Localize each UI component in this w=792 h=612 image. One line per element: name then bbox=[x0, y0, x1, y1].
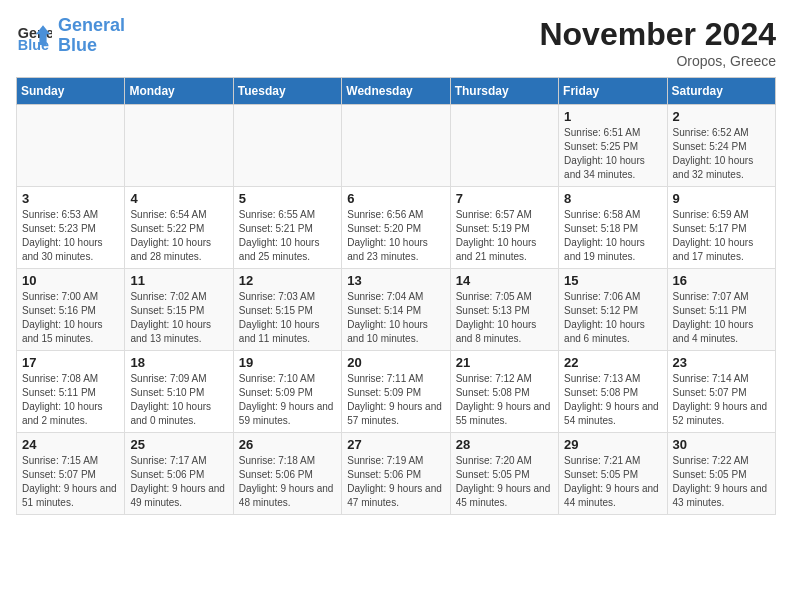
calendar-cell: 2Sunrise: 6:52 AM Sunset: 5:24 PM Daylig… bbox=[667, 105, 775, 187]
day-number: 2 bbox=[673, 109, 770, 124]
day-number: 5 bbox=[239, 191, 336, 206]
calendar-cell: 4Sunrise: 6:54 AM Sunset: 5:22 PM Daylig… bbox=[125, 187, 233, 269]
day-info: Sunrise: 6:52 AM Sunset: 5:24 PM Dayligh… bbox=[673, 126, 770, 182]
calendar-cell: 10Sunrise: 7:00 AM Sunset: 5:16 PM Dayli… bbox=[17, 269, 125, 351]
calendar-cell: 20Sunrise: 7:11 AM Sunset: 5:09 PM Dayli… bbox=[342, 351, 450, 433]
day-info: Sunrise: 6:53 AM Sunset: 5:23 PM Dayligh… bbox=[22, 208, 119, 264]
day-info: Sunrise: 7:08 AM Sunset: 5:11 PM Dayligh… bbox=[22, 372, 119, 428]
logo-icon: General Blue bbox=[16, 18, 52, 54]
day-info: Sunrise: 7:20 AM Sunset: 5:05 PM Dayligh… bbox=[456, 454, 553, 510]
page-header: General Blue GeneralBlue November 2024 O… bbox=[16, 16, 776, 69]
calendar-cell: 16Sunrise: 7:07 AM Sunset: 5:11 PM Dayli… bbox=[667, 269, 775, 351]
day-info: Sunrise: 6:54 AM Sunset: 5:22 PM Dayligh… bbox=[130, 208, 227, 264]
day-number: 14 bbox=[456, 273, 553, 288]
day-info: Sunrise: 7:14 AM Sunset: 5:07 PM Dayligh… bbox=[673, 372, 770, 428]
day-info: Sunrise: 7:11 AM Sunset: 5:09 PM Dayligh… bbox=[347, 372, 444, 428]
calendar-cell: 24Sunrise: 7:15 AM Sunset: 5:07 PM Dayli… bbox=[17, 433, 125, 515]
calendar-cell: 28Sunrise: 7:20 AM Sunset: 5:05 PM Dayli… bbox=[450, 433, 558, 515]
calendar-cell: 25Sunrise: 7:17 AM Sunset: 5:06 PM Dayli… bbox=[125, 433, 233, 515]
day-info: Sunrise: 7:13 AM Sunset: 5:08 PM Dayligh… bbox=[564, 372, 661, 428]
calendar-cell: 6Sunrise: 6:56 AM Sunset: 5:20 PM Daylig… bbox=[342, 187, 450, 269]
day-info: Sunrise: 7:02 AM Sunset: 5:15 PM Dayligh… bbox=[130, 290, 227, 346]
location: Oropos, Greece bbox=[539, 53, 776, 69]
day-info: Sunrise: 7:21 AM Sunset: 5:05 PM Dayligh… bbox=[564, 454, 661, 510]
day-number: 20 bbox=[347, 355, 444, 370]
day-info: Sunrise: 7:17 AM Sunset: 5:06 PM Dayligh… bbox=[130, 454, 227, 510]
day-info: Sunrise: 7:09 AM Sunset: 5:10 PM Dayligh… bbox=[130, 372, 227, 428]
day-number: 26 bbox=[239, 437, 336, 452]
day-info: Sunrise: 7:22 AM Sunset: 5:05 PM Dayligh… bbox=[673, 454, 770, 510]
day-number: 16 bbox=[673, 273, 770, 288]
calendar-cell bbox=[342, 105, 450, 187]
day-number: 23 bbox=[673, 355, 770, 370]
day-number: 29 bbox=[564, 437, 661, 452]
calendar-cell: 8Sunrise: 6:58 AM Sunset: 5:18 PM Daylig… bbox=[559, 187, 667, 269]
day-number: 18 bbox=[130, 355, 227, 370]
day-number: 1 bbox=[564, 109, 661, 124]
day-info: Sunrise: 7:19 AM Sunset: 5:06 PM Dayligh… bbox=[347, 454, 444, 510]
day-number: 13 bbox=[347, 273, 444, 288]
col-header-sunday: Sunday bbox=[17, 78, 125, 105]
calendar-cell: 26Sunrise: 7:18 AM Sunset: 5:06 PM Dayli… bbox=[233, 433, 341, 515]
day-info: Sunrise: 7:12 AM Sunset: 5:08 PM Dayligh… bbox=[456, 372, 553, 428]
day-info: Sunrise: 7:18 AM Sunset: 5:06 PM Dayligh… bbox=[239, 454, 336, 510]
col-header-saturday: Saturday bbox=[667, 78, 775, 105]
calendar-cell bbox=[125, 105, 233, 187]
day-info: Sunrise: 7:07 AM Sunset: 5:11 PM Dayligh… bbox=[673, 290, 770, 346]
calendar-cell bbox=[450, 105, 558, 187]
calendar-cell: 27Sunrise: 7:19 AM Sunset: 5:06 PM Dayli… bbox=[342, 433, 450, 515]
calendar-cell: 5Sunrise: 6:55 AM Sunset: 5:21 PM Daylig… bbox=[233, 187, 341, 269]
day-number: 30 bbox=[673, 437, 770, 452]
calendar-cell: 19Sunrise: 7:10 AM Sunset: 5:09 PM Dayli… bbox=[233, 351, 341, 433]
calendar-cell: 17Sunrise: 7:08 AM Sunset: 5:11 PM Dayli… bbox=[17, 351, 125, 433]
logo-text: GeneralBlue bbox=[58, 16, 125, 56]
day-number: 7 bbox=[456, 191, 553, 206]
day-info: Sunrise: 6:56 AM Sunset: 5:20 PM Dayligh… bbox=[347, 208, 444, 264]
day-number: 27 bbox=[347, 437, 444, 452]
calendar-cell: 14Sunrise: 7:05 AM Sunset: 5:13 PM Dayli… bbox=[450, 269, 558, 351]
col-header-friday: Friday bbox=[559, 78, 667, 105]
day-info: Sunrise: 7:10 AM Sunset: 5:09 PM Dayligh… bbox=[239, 372, 336, 428]
col-header-wednesday: Wednesday bbox=[342, 78, 450, 105]
day-number: 11 bbox=[130, 273, 227, 288]
day-info: Sunrise: 7:03 AM Sunset: 5:15 PM Dayligh… bbox=[239, 290, 336, 346]
calendar-cell: 15Sunrise: 7:06 AM Sunset: 5:12 PM Dayli… bbox=[559, 269, 667, 351]
day-info: Sunrise: 7:00 AM Sunset: 5:16 PM Dayligh… bbox=[22, 290, 119, 346]
calendar-cell: 23Sunrise: 7:14 AM Sunset: 5:07 PM Dayli… bbox=[667, 351, 775, 433]
calendar-cell: 3Sunrise: 6:53 AM Sunset: 5:23 PM Daylig… bbox=[17, 187, 125, 269]
calendar-cell: 21Sunrise: 7:12 AM Sunset: 5:08 PM Dayli… bbox=[450, 351, 558, 433]
day-info: Sunrise: 7:06 AM Sunset: 5:12 PM Dayligh… bbox=[564, 290, 661, 346]
day-number: 8 bbox=[564, 191, 661, 206]
day-number: 10 bbox=[22, 273, 119, 288]
col-header-tuesday: Tuesday bbox=[233, 78, 341, 105]
calendar-cell: 1Sunrise: 6:51 AM Sunset: 5:25 PM Daylig… bbox=[559, 105, 667, 187]
calendar-cell: 30Sunrise: 7:22 AM Sunset: 5:05 PM Dayli… bbox=[667, 433, 775, 515]
day-info: Sunrise: 7:05 AM Sunset: 5:13 PM Dayligh… bbox=[456, 290, 553, 346]
calendar-cell bbox=[233, 105, 341, 187]
col-header-monday: Monday bbox=[125, 78, 233, 105]
day-number: 24 bbox=[22, 437, 119, 452]
calendar-cell: 9Sunrise: 6:59 AM Sunset: 5:17 PM Daylig… bbox=[667, 187, 775, 269]
day-info: Sunrise: 6:51 AM Sunset: 5:25 PM Dayligh… bbox=[564, 126, 661, 182]
day-number: 19 bbox=[239, 355, 336, 370]
calendar-cell: 22Sunrise: 7:13 AM Sunset: 5:08 PM Dayli… bbox=[559, 351, 667, 433]
calendar-cell: 11Sunrise: 7:02 AM Sunset: 5:15 PM Dayli… bbox=[125, 269, 233, 351]
col-header-thursday: Thursday bbox=[450, 78, 558, 105]
calendar-cell: 7Sunrise: 6:57 AM Sunset: 5:19 PM Daylig… bbox=[450, 187, 558, 269]
title-block: November 2024 Oropos, Greece bbox=[539, 16, 776, 69]
day-number: 21 bbox=[456, 355, 553, 370]
day-number: 22 bbox=[564, 355, 661, 370]
day-info: Sunrise: 6:58 AM Sunset: 5:18 PM Dayligh… bbox=[564, 208, 661, 264]
day-number: 12 bbox=[239, 273, 336, 288]
day-info: Sunrise: 7:15 AM Sunset: 5:07 PM Dayligh… bbox=[22, 454, 119, 510]
calendar-table: SundayMondayTuesdayWednesdayThursdayFrid… bbox=[16, 77, 776, 515]
day-info: Sunrise: 6:59 AM Sunset: 5:17 PM Dayligh… bbox=[673, 208, 770, 264]
day-number: 28 bbox=[456, 437, 553, 452]
day-info: Sunrise: 6:55 AM Sunset: 5:21 PM Dayligh… bbox=[239, 208, 336, 264]
month-title: November 2024 bbox=[539, 16, 776, 53]
day-info: Sunrise: 6:57 AM Sunset: 5:19 PM Dayligh… bbox=[456, 208, 553, 264]
day-number: 9 bbox=[673, 191, 770, 206]
day-info: Sunrise: 7:04 AM Sunset: 5:14 PM Dayligh… bbox=[347, 290, 444, 346]
day-number: 15 bbox=[564, 273, 661, 288]
day-number: 25 bbox=[130, 437, 227, 452]
